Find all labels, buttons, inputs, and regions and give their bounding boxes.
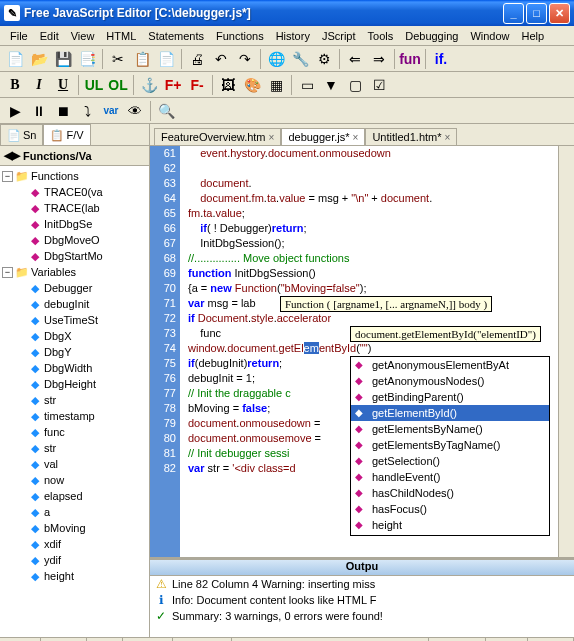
tree-item[interactable]: ◆InitDbgSe [2,216,147,232]
tools-icon[interactable]: 🔧 [289,48,311,70]
select-icon[interactable]: ▼ [320,74,342,96]
underline-button[interactable]: U [52,74,74,96]
ul-button[interactable]: UL [83,74,105,96]
menu-edit[interactable]: Edit [34,28,65,44]
menu-window[interactable]: Window [464,28,515,44]
print-icon[interactable]: 🖨 [186,48,208,70]
minimize-button[interactable]: _ [503,3,524,24]
table-icon[interactable]: ▦ [265,74,287,96]
dbg3-icon[interactable]: ⏹ [52,100,74,122]
menu-tools[interactable]: Tools [362,28,400,44]
tree-item[interactable]: ◆str [2,392,147,408]
code-editor[interactable]: 6162636465666768697071727374757677787980… [150,146,574,557]
forward-icon[interactable]: ⇒ [368,48,390,70]
menu-history[interactable]: History [270,28,316,44]
menu-functions[interactable]: Functions [210,28,270,44]
tree-item[interactable]: ◆Debugger [2,280,147,296]
tree-item[interactable]: ◆val [2,456,147,472]
if-btn[interactable]: if. [430,48,452,70]
tree-item[interactable]: ◆elapsed [2,488,147,504]
saveall-icon[interactable]: 📑 [76,48,98,70]
back-icon[interactable]: ⇐ [344,48,366,70]
undo-icon[interactable]: ↶ [210,48,232,70]
tree-item[interactable]: ◆DbgStartMo [2,248,147,264]
tree-item[interactable]: ◆bMoving [2,520,147,536]
dbg1-icon[interactable]: ▶ [4,100,26,122]
new-icon[interactable]: 📄 [4,48,26,70]
fontdec-button[interactable]: F- [186,74,208,96]
menu-file[interactable]: File [4,28,34,44]
tree-item[interactable]: ◆DbgMoveO [2,232,147,248]
nav-right-icon[interactable]: ▶ [12,149,20,162]
menu-statements[interactable]: Statements [142,28,210,44]
nav-left-icon[interactable]: ◀ [4,149,12,162]
autocomplete-item[interactable]: getElementsByName() [351,421,549,437]
tab-snippets[interactable]: 📄Sn [0,124,43,145]
settings-icon[interactable]: ⚙ [313,48,335,70]
save-icon[interactable]: 💾 [52,48,74,70]
tree-view[interactable]: − 📁 Functions ◆TRACE0(va◆TRACE(lab◆InitD… [0,166,149,637]
dbg2-icon[interactable]: ⏸ [28,100,50,122]
autocomplete-item[interactable]: getElementsByTagName() [351,437,549,453]
checkbox-icon[interactable]: ☑ [368,74,390,96]
tree-item[interactable]: ◆DbgY [2,344,147,360]
var-btn[interactable]: var [100,100,122,122]
close-icon[interactable]: × [269,132,275,143]
dbg5-icon[interactable]: 👁 [124,100,146,122]
fontinc-button[interactable]: F+ [162,74,184,96]
autocomplete-item[interactable]: getAnonymousNodes() [351,373,549,389]
autocomplete-item[interactable]: getAnonymousElementByAt [351,357,549,373]
tree-item[interactable]: ◆xdif [2,536,147,552]
menu-html[interactable]: HTML [100,28,142,44]
tree-item[interactable]: ◆ydif [2,552,147,568]
tree-item[interactable]: ◆TRACE(lab [2,200,147,216]
preview-icon[interactable]: 🌐 [265,48,287,70]
open-icon[interactable]: 📂 [28,48,50,70]
italic-button[interactable]: I [28,74,50,96]
copy-icon[interactable]: 📋 [131,48,153,70]
tree-item[interactable]: ◆func [2,424,147,440]
tree-item[interactable]: ◆now [2,472,147,488]
tab-untitled1[interactable]: Untitled1.htm*× [365,128,457,145]
input-icon[interactable]: ▢ [344,74,366,96]
tree-item[interactable]: ◆a [2,504,147,520]
form-icon[interactable]: ▭ [296,74,318,96]
menu-view[interactable]: View [65,28,101,44]
output-line[interactable]: ⚠Line 82 Column 4 Warning: inserting mis… [150,576,574,592]
autocomplete-item[interactable]: getElementById() [351,405,549,421]
tree-item[interactable]: ◆DbgX [2,328,147,344]
tree-item[interactable]: ◆height [2,568,147,584]
close-button[interactable]: ✕ [549,3,570,24]
tree-item[interactable]: ◆debugInit [2,296,147,312]
vertical-scrollbar[interactable] [558,146,574,557]
tree-item[interactable]: ◆UseTimeSt [2,312,147,328]
collapse-icon[interactable]: − [2,171,13,182]
redo-icon[interactable]: ↷ [234,48,256,70]
autocomplete-item[interactable]: getBindingParent() [351,389,549,405]
tree-variables[interactable]: − 📁 Variables [2,264,147,280]
tree-item[interactable]: ◆DbgWidth [2,360,147,376]
cut-icon[interactable]: ✂ [107,48,129,70]
tab-featureoverview[interactable]: FeatureOverview.htm× [154,128,281,145]
autocomplete-item[interactable]: hasChildNodes() [351,485,549,501]
collapse-icon[interactable]: − [2,267,13,278]
anchor-icon[interactable]: ⚓ [138,74,160,96]
tree-item[interactable]: ◆timestamp [2,408,147,424]
bold-button[interactable]: B [4,74,26,96]
fun-btn[interactable]: fun [399,48,421,70]
tab-debugger[interactable]: debugger.js*× [281,128,365,145]
autocomplete-item[interactable]: height [351,517,549,533]
autocomplete-item[interactable]: ids [351,533,549,536]
menu-jscript[interactable]: JScript [316,28,362,44]
close-icon[interactable]: × [445,132,451,143]
maximize-button[interactable]: □ [526,3,547,24]
dbg6-icon[interactable]: 🔍 [155,100,177,122]
close-icon[interactable]: × [353,132,359,143]
autocomplete-item[interactable]: handleEvent() [351,469,549,485]
tree-item[interactable]: ◆DbgHeight [2,376,147,392]
image-icon[interactable]: 🖼 [217,74,239,96]
dbg4-icon[interactable]: ⤵ [76,100,98,122]
code-area[interactable]: event.hystory.document.onmousedown docum… [180,146,558,557]
tree-item[interactable]: ◆TRACE0(va [2,184,147,200]
output-line[interactable]: ✓Summary: 3 warnings, 0 errors were foun… [150,608,574,624]
